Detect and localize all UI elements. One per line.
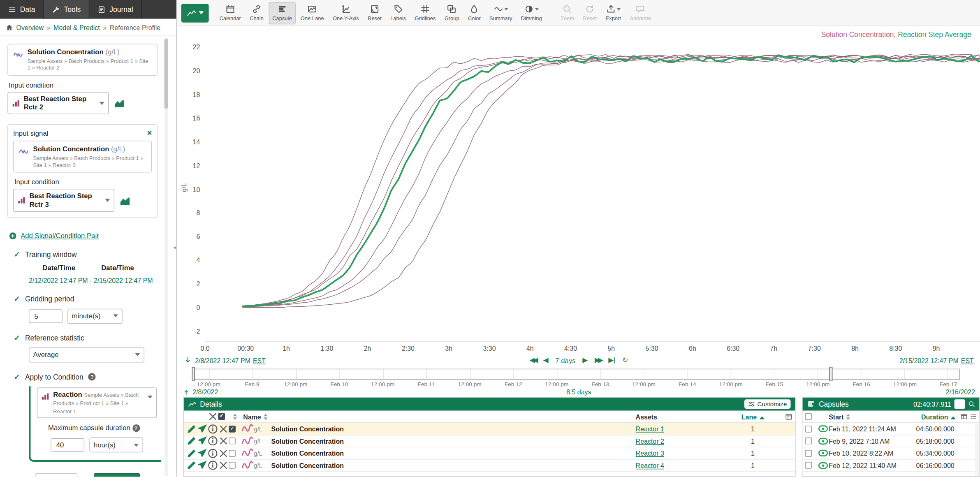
row-checkbox[interactable] [805, 426, 812, 433]
gridding-value-input[interactable] [29, 309, 63, 323]
step-backward-button[interactable]: ◀ [543, 356, 549, 364]
remove-icon[interactable] [218, 436, 229, 447]
remove-pair-icon[interactable]: × [147, 130, 152, 137]
remove-icon[interactable] [218, 424, 229, 434]
calendar-button[interactable]: Calendar [215, 2, 245, 24]
duration-column-header[interactable]: Duration [921, 413, 956, 420]
timezone-link[interactable]: EST [253, 357, 266, 364]
series-solution-concentration-capsule-4[interactable] [242, 59, 980, 306]
sort-icon[interactable] [233, 413, 237, 419]
edit-icon[interactable] [186, 460, 197, 471]
series-solution-concentration-capsule-3[interactable] [242, 54, 980, 306]
trend-plot[interactable] [205, 26, 980, 353]
start-column-header[interactable]: Start [829, 413, 843, 420]
series-solution-concentration-capsule-2[interactable] [242, 58, 980, 306]
assets-column-header[interactable]: Assets [636, 413, 730, 420]
asset-link[interactable]: Reactor 1 [636, 425, 664, 433]
breadcrumb-item-model-predict[interactable]: Model & Predict [53, 23, 100, 31]
range-duration-button[interactable]: 7 days [555, 357, 575, 364]
chart-type-button[interactable] [181, 3, 209, 22]
tab-data[interactable]: Data [0, 0, 44, 19]
sidebar-scrollbar[interactable] [164, 37, 168, 475]
color-button[interactable]: Color [464, 2, 484, 24]
timeline-handle-end[interactable] [829, 367, 833, 381]
row-checkbox[interactable] [229, 438, 236, 445]
timezone-link[interactable]: EST [961, 357, 974, 364]
help-icon[interactable]: ? [88, 373, 96, 380]
tab-journal[interactable]: Journal [90, 0, 142, 19]
group-button[interactable]: Group [441, 2, 463, 24]
list-icon[interactable] [970, 413, 977, 420]
apply-condition-select[interactable]: Reaction Sample Assets » Batch Products … [37, 387, 157, 418]
input-condition-select[interactable]: Best Reaction Step Rctr 3 [13, 189, 114, 212]
labels-button[interactable]: Labels [387, 2, 410, 24]
name-column-header[interactable]: Name [243, 413, 261, 420]
step-forward-button[interactable]: ▶ [582, 356, 588, 364]
row-checkbox[interactable] [229, 462, 236, 469]
edit-icon[interactable] [186, 448, 197, 458]
input-condition-select[interactable]: Best Reaction Step Rctr 2 [7, 92, 109, 114]
series-solution-concentration-capsule-5[interactable] [242, 55, 980, 307]
row-checkbox[interactable] [805, 462, 812, 469]
add-signal-condition-pair-link[interactable]: Add Signal/Condition Pair [21, 232, 99, 239]
reference-statistic-select[interactable]: Average [29, 347, 144, 362]
breadcrumb-item-overview[interactable]: Overview [16, 23, 44, 31]
lane-column-header[interactable]: Lane [730, 413, 776, 420]
select-all-checkbox[interactable] [805, 413, 812, 420]
capsule-button[interactable]: Capsule [269, 2, 296, 24]
forward-icon[interactable] [197, 460, 208, 471]
fast-forward-button[interactable]: ▶▶ [595, 356, 602, 364]
timeline-handle-start[interactable] [192, 367, 195, 381]
timeline-bar[interactable] [192, 369, 960, 380]
forward-icon[interactable] [197, 436, 208, 447]
series-reaction-step-average[interactable] [242, 56, 980, 306]
max-duration-value-input[interactable] [51, 438, 84, 452]
details-row[interactable]: g/LSolution ConcentrationReactor 41 [184, 460, 795, 472]
remove-all-icon[interactable] [208, 411, 218, 422]
details-row[interactable]: g/LSolution ConcentrationReactor 31 [184, 447, 795, 460]
input-signal-display[interactable]: Solution Concentration (g/L) Sample Asse… [13, 141, 152, 173]
row-checkbox[interactable] [805, 438, 812, 445]
sort-icon[interactable] [264, 413, 267, 419]
skip-to-end-button[interactable]: ▶| [608, 356, 615, 364]
select-all-checkbox[interactable] [218, 413, 225, 420]
info-icon[interactable] [208, 424, 218, 434]
reset-axes-button[interactable]: Reset [364, 2, 385, 24]
forward-icon[interactable] [197, 448, 208, 458]
fast-backward-button[interactable]: ◀◀ [529, 356, 536, 364]
cancel-button[interactable]: Cancel [35, 473, 78, 477]
training-window-range[interactable]: 2/12/2022 12:47 PM - 2/15/2022 12:47 PM [29, 277, 158, 284]
row-checkbox[interactable] [229, 450, 236, 457]
edit-icon[interactable] [186, 424, 197, 434]
chain-button[interactable]: Chain [246, 2, 267, 24]
area-chart-icon[interactable] [114, 98, 125, 108]
dimming-button[interactable]: Dimming [517, 2, 546, 24]
summary-button[interactable]: Summary [486, 2, 516, 24]
capsules-scrollbar[interactable] [975, 424, 979, 475]
series-solution-concentration-capsule-6[interactable] [242, 56, 980, 308]
max-duration-unit-select[interactable]: hour(s) [89, 438, 143, 452]
gridlines-button[interactable]: Gridlines [411, 2, 439, 24]
sort-icon[interactable] [846, 413, 850, 419]
customize-button[interactable]: Customize [744, 399, 791, 409]
info-icon[interactable] [208, 460, 218, 471]
home-icon[interactable] [6, 23, 13, 31]
asset-link[interactable]: Reactor 4 [636, 462, 664, 469]
info-icon[interactable] [208, 448, 218, 458]
search-capsules-button[interactable] [968, 401, 975, 408]
info-icon[interactable] [208, 436, 218, 447]
forward-icon[interactable] [197, 424, 208, 434]
help-icon[interactable]: ? [132, 424, 139, 432]
zoom-to-capsule-button[interactable] [955, 399, 965, 409]
series-solution-concentration-capsule-1[interactable] [242, 55, 980, 306]
collapse-sidebar-handle[interactable]: ◂ [173, 241, 181, 254]
capsule-row[interactable]: Feb 11, 2022 11:24 AM04:50:00.000 [802, 423, 979, 435]
row-checkbox[interactable] [229, 426, 236, 433]
row-checkbox[interactable] [805, 450, 812, 457]
gridding-unit-select[interactable]: minute(s) [67, 308, 123, 323]
refresh-button[interactable]: ↻ [622, 356, 628, 364]
remove-icon[interactable] [218, 460, 229, 471]
execute-button[interactable]: Execute [94, 473, 140, 477]
trend-chart-area[interactable]: Solution Concentration, Reaction Step Av… [178, 26, 980, 353]
details-row[interactable]: g/LSolution ConcentrationReactor 21 [184, 435, 795, 448]
